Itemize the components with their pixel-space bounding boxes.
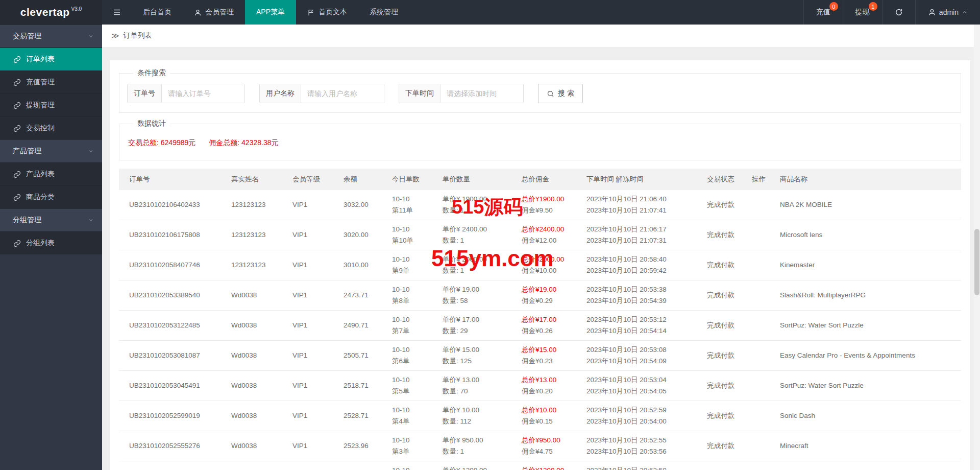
breadcrumb-icon: ≫ <box>111 31 119 40</box>
cell-day: 10-10 <box>392 224 428 235</box>
stats-total-trade: 交易总额: 6249989元 <box>128 138 195 148</box>
withdraw-button[interactable]: 提现 1 <box>843 0 882 25</box>
cell-order-seq: 第3单 <box>392 446 428 457</box>
cell-balance: 2528.71 <box>333 401 382 431</box>
brand-version: V3.0 <box>71 6 82 12</box>
refresh-button[interactable] <box>882 0 915 25</box>
cell-qty: 数量: 112 <box>443 416 507 427</box>
cell-total-commission: 总价¥1900.00 佣金¥9.50 <box>511 190 576 220</box>
cell-order-no: UB2310102106175808 <box>119 220 221 250</box>
cell-order-seq: 第5单 <box>392 386 428 397</box>
cell-times: 2023年10月10日 20:53:08 2023年10月10日 20:54:0… <box>576 341 697 371</box>
cell-qty: 数量: 29 <box>443 325 507 337</box>
cell-status: 完成付款 <box>697 190 742 220</box>
cell-balance: 2518.71 <box>333 371 382 401</box>
cell-times: 2023年10月10日 20:52:50 2023年10月10日 20:53:5… <box>576 461 697 470</box>
cell-status: 完成付款 <box>697 250 742 280</box>
sidebar-item-recharge-management[interactable]: 充值管理 <box>0 70 102 93</box>
sidebar-group-trade-management[interactable]: 交易管理 <box>0 25 102 48</box>
sidebar-item-goods-category[interactable]: 商品分类 <box>0 185 102 208</box>
col-today-orders: 今日单数 <box>382 169 432 190</box>
cell-commission: 佣金¥0.20 <box>522 386 572 397</box>
sidebar-group-label: 分组管理 <box>13 216 41 225</box>
nav-item-home-text[interactable]: 首页文本 <box>296 0 358 25</box>
col-status: 交易状态 <box>697 169 742 190</box>
cell-commission: 佣金¥10.00 <box>522 265 572 276</box>
stats-line: 交易总额: 6249989元 佣金总额: 42328.38元 <box>127 134 953 151</box>
cell-qty: 数量: 1 <box>443 205 507 216</box>
cell-product: Slash&Roll: MultiplayerRPG <box>770 280 961 311</box>
cell-order-seq: 第8单 <box>392 295 428 307</box>
order-no-input[interactable] <box>162 84 244 103</box>
cell-unit-price: 单价¥ 15.00 <box>443 344 507 356</box>
cell-order-time: 2023年10月10日 20:58:40 <box>586 254 693 265</box>
sidebar-item-withdraw-management[interactable]: 提现管理 <box>0 93 102 116</box>
cell-total-price: 总价¥1200.00 <box>522 465 572 470</box>
cell-unit-price: 单价¥ 17.00 <box>443 314 507 325</box>
cell-vip-level: VIP1 <box>282 461 333 470</box>
sidebar-item-trade-control[interactable]: 交易控制 <box>0 116 102 139</box>
search-button[interactable]: 搜 索 <box>538 84 583 103</box>
recharge-button[interactable]: 充值 0 <box>803 0 843 25</box>
cell-unit-price-qty: 单价¥ 17.00 数量: 29 <box>432 311 511 341</box>
sidebar-item-label: 分组列表 <box>26 239 55 248</box>
scrollbar-thumb[interactable] <box>974 229 979 295</box>
table-row: UB2310102106175808 123123123 VIP1 3020.0… <box>119 220 961 250</box>
table-row: UB2310102053122485 Wd0038 VIP1 2490.71 1… <box>119 311 961 341</box>
nav-item-system-management[interactable]: 系统管理 <box>358 0 409 25</box>
sidebar-group-group-management[interactable]: 分组管理 <box>0 208 102 231</box>
cell-total-commission: 总价¥15.00 佣金¥0.23 <box>511 341 576 371</box>
sidebar-item-label: 提现管理 <box>26 101 55 110</box>
recharge-label: 充值 <box>816 8 830 17</box>
cell-order-time: 2023年10月10日 20:52:55 <box>586 435 693 446</box>
link-icon <box>13 79 21 86</box>
sidebar-group-label: 产品管理 <box>13 147 41 156</box>
chevron-down-icon <box>88 33 94 39</box>
col-unit-price-qty: 单价数量 <box>432 169 511 190</box>
nav-item-app-menu[interactable]: APP菜单 <box>245 0 296 25</box>
link-icon <box>13 56 21 63</box>
cell-real-name: Wd0038 <box>221 371 282 401</box>
cell-times: 2023年10月10日 21:06:40 2023年10月10日 21:07:4… <box>576 190 697 220</box>
admin-dropdown[interactable]: admin <box>915 0 980 25</box>
chevron-down-icon <box>88 148 94 154</box>
sidebar-group-product-management[interactable]: 产品管理 <box>0 139 102 162</box>
cell-day: 10-10 <box>392 344 428 356</box>
order-no-field-group: 订单号 <box>127 84 245 103</box>
admin-label: admin <box>939 8 959 16</box>
cell-today-orders: 10-10 第6单 <box>382 341 432 371</box>
cell-unfreeze-time: 2023年10月10日 20:54:09 <box>586 356 693 367</box>
collapse-menu-button[interactable] <box>102 0 132 25</box>
cell-qty: 数量: 58 <box>443 295 507 307</box>
cell-real-name: Wd0038 <box>221 311 282 341</box>
sidebar-item-product-list[interactable]: 产品列表 <box>0 162 102 185</box>
cell-total-price: 总价¥13.00 <box>522 374 572 386</box>
cell-order-no: UB2310102058407746 <box>119 250 221 280</box>
withdraw-label: 提现 <box>855 8 870 17</box>
cell-balance: 2523.96 <box>333 431 382 461</box>
vertical-scrollbar[interactable] <box>974 25 980 470</box>
nav-item-label: 首页文本 <box>318 8 347 17</box>
search-icon <box>547 90 554 98</box>
content-panel: 条件搜索 订单号 用户名称 下单时间 搜 索 <box>110 60 970 470</box>
sidebar-item-group-list[interactable]: 分组列表 <box>0 231 102 254</box>
cell-order-seq: 第7单 <box>392 325 428 337</box>
cell-balance: 3010.00 <box>333 250 382 280</box>
cell-balance: 3020.00 <box>333 220 382 250</box>
order-time-input[interactable] <box>440 84 523 103</box>
cell-today-orders: 10-10 第11单 <box>382 190 432 220</box>
cell-day: 10-10 <box>392 194 428 205</box>
cell-balance: 2473.71 <box>333 280 382 311</box>
sidebar-item-order-list[interactable]: 订单列表 <box>0 48 102 70</box>
username-input[interactable] <box>301 84 384 103</box>
link-icon <box>13 171 21 178</box>
nav-item-member-management[interactable]: 会员管理 <box>183 0 245 25</box>
nav-item-backstage-home[interactable]: 后台首页 <box>132 0 183 25</box>
cell-times: 2023年10月10日 20:58:40 2023年10月10日 20:59:4… <box>576 250 697 280</box>
header-right: 充值 0 提现 1 admin <box>803 0 980 25</box>
cell-actions <box>742 461 770 470</box>
cell-order-seq: 第9单 <box>392 265 428 276</box>
cell-qty: 数量: 70 <box>443 386 507 397</box>
cell-order-time: 2023年10月10日 20:53:12 <box>586 314 693 325</box>
chevron-up-icon <box>962 9 968 15</box>
